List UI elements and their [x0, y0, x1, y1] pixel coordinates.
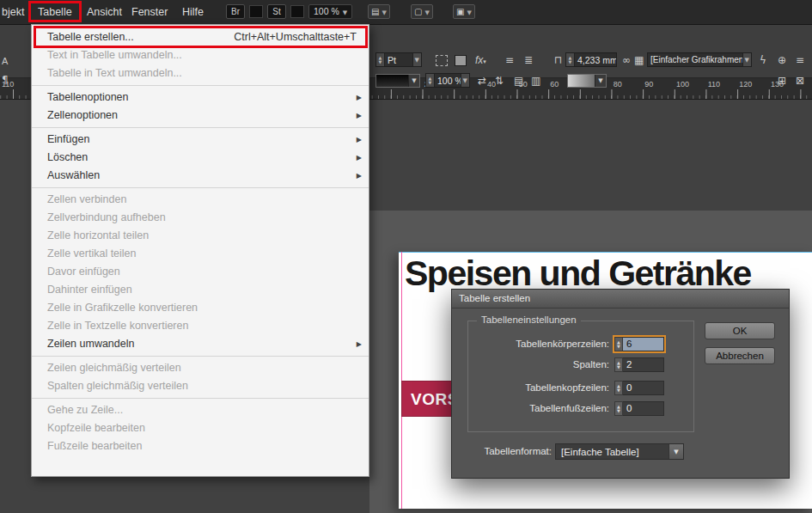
menu-item-label: Zelle in Textzelle konvertieren [47, 320, 188, 332]
close-panel-icon[interactable]: ⊠ [796, 75, 804, 87]
stepper-arrows-icon[interactable]: ▲▼ [566, 53, 575, 66]
panel-menu-icon[interactable]: ≡ [796, 54, 804, 66]
menu-item-tabelle-in-text-umwandeln: Tabelle in Text umwandeln... [32, 64, 369, 82]
arrange-documents-dropdown[interactable]: ▣▼ [453, 4, 475, 19]
paragraph-formatting-icon[interactable]: ¶ [2, 74, 9, 86]
menu-hilfe[interactable]: Hilfe [182, 0, 204, 24]
menu-objekt-partial[interactable]: bjekt [2, 0, 24, 24]
stepper-arrows-icon[interactable]: ▲▼ [426, 74, 435, 87]
menu-item-tabellenoptionen[interactable]: Tabellenoptionen▶ [32, 89, 369, 107]
submenu-arrow-icon: ▶ [357, 167, 362, 185]
field-label: Tabellenkopfzeilen: [472, 381, 609, 395]
scale-field[interactable]: ▲▼ 100 % ▼ [425, 73, 470, 88]
chevron-down-icon[interactable]: ▼ [742, 53, 751, 66]
chevron-down-icon[interactable]: ▼ [461, 74, 469, 87]
stepper-arrows-icon[interactable]: ▲▼ [376, 53, 385, 66]
cancel-button[interactable]: Abbrechen [705, 347, 775, 364]
object-style-dropdown[interactable]: [Einfacher Grafikrahmen]+ ▼ [647, 52, 752, 67]
stepper-arrows-icon[interactable]: ▲▼ [614, 401, 623, 416]
stepper-down-icon[interactable]: ▼ [617, 365, 620, 369]
number-stepper-tabellenfusszeilen[interactable]: ▲▼0 [614, 401, 664, 416]
menu-item-label: Spalten gleichmäßig verteilen [47, 380, 188, 392]
app-bar-icon-1[interactable] [249, 5, 263, 18]
stepper-arrows-icon[interactable]: ▲▼ [614, 337, 623, 351]
ruler-label: 100 [676, 80, 689, 89]
menu-bar: bjekt Tabelle Ansicht Fenster Hilfe Br S… [0, 0, 812, 25]
style-override-icon[interactable]: ⊕ [778, 54, 786, 66]
menu-item-loeschen[interactable]: Löschen▶ [32, 149, 369, 167]
stepper-down-icon[interactable]: ▼ [617, 409, 620, 413]
menu-item-zellenoptionen[interactable]: Zellenoptionen▶ [32, 107, 369, 125]
fill-color-swatch[interactable]: ▼ [375, 74, 420, 88]
menu-item-zeilen-umwandeln[interactable]: Zeilen umwandeln▶ [32, 335, 369, 353]
tile-windows-icon[interactable]: ⊞ [778, 75, 786, 87]
number-stepper-spalten[interactable]: ▲▼2 [614, 357, 664, 372]
flip-horizontal-icon[interactable]: ⇄ [478, 75, 486, 87]
screen-mode-dropdown[interactable]: ▢▼ [411, 4, 433, 19]
menu-item-label: Davor einfügen [47, 266, 120, 278]
menu-fenster[interactable]: Fenster [131, 0, 168, 24]
zoom-level-dropdown[interactable]: 100 %▼ [308, 4, 352, 19]
number-stepper-tabellenkopfzeilen[interactable]: ▲▼0 [614, 381, 664, 395]
bridge-button[interactable]: Br [226, 4, 245, 19]
stock-button[interactable]: St [267, 4, 286, 19]
ruler-label: 80 [614, 80, 622, 89]
menu-item-shortcut: Ctrl+Alt+Umschalttaste+T [234, 28, 357, 46]
app-bar-icon-2[interactable] [290, 5, 304, 18]
filled-frame-icon[interactable] [455, 55, 467, 66]
quick-apply-icon[interactable]: ϟ [760, 54, 766, 66]
menu-item-label: Zellenoptionen [47, 109, 118, 121]
view-options-dropdown[interactable]: ▤▼ [368, 4, 390, 19]
table-menu-list: Tabelle erstellen...Ctrl+Alt+Umschalttas… [32, 28, 369, 455]
field-value[interactable]: 2 [623, 357, 664, 372]
view-options-icon: ▤ [371, 7, 379, 16]
stepper-down-icon[interactable]: ▼ [617, 388, 620, 393]
menu-item-zelle-in-textzelle-konvertieren: Zelle in Textzelle konvertieren [32, 317, 369, 335]
menu-item-label: Zellen verbinden [47, 193, 126, 205]
stroke-alignment-icon[interactable]: ≣ [524, 54, 533, 66]
field-label: Tabellenfußzeilen: [472, 401, 609, 416]
stepper-arrows-icon[interactable]: ▲▼ [614, 381, 623, 395]
table-format-dropdown[interactable]: [Einfache Tabelle] ▼ [555, 443, 684, 460]
table-menu-popup: Tabelle erstellen...Ctrl+Alt+Umschalttas… [31, 24, 369, 477]
chevron-down-icon: ▼ [408, 75, 419, 87]
texture-icon[interactable]: ▦ [634, 54, 644, 66]
stroke-style-icon[interactable]: ≡ [505, 54, 514, 66]
menu-item-label: Gehe zu Zeile... [47, 404, 123, 416]
tint-swatch[interactable]: ▼ [567, 74, 607, 88]
character-formatting-icon[interactable]: A [2, 55, 8, 67]
menu-item-tabelle-erstellen[interactable]: Tabelle erstellen...Ctrl+Alt+Umschalttas… [32, 28, 369, 46]
chevron-down-icon[interactable]: ▼ [412, 53, 421, 66]
effects-button[interactable]: fx▾ [475, 54, 486, 68]
stepper-arrows-icon[interactable]: ▲▼ [614, 357, 623, 372]
dashed-frame-icon[interactable] [436, 55, 448, 66]
menu-tabelle[interactable]: Tabelle [38, 0, 72, 24]
menu-item-text-in-tabelle-umwandeln: Text in Tabelle umwandeln... [32, 46, 369, 64]
menu-item-spalten-gleichmaessig-verteilen: Spalten gleichmäßig verteilen [32, 377, 369, 395]
number-stepper-tabellenkoerperzeilen[interactable]: ▲▼6 [614, 337, 664, 351]
offset-field[interactable]: ▲▼ 4,233 mm [565, 52, 617, 67]
table-format-value: [Einfache Tabelle] [556, 447, 669, 457]
link-icon[interactable]: ∞ [622, 54, 631, 66]
font-size-field[interactable]: ▲▼ Pt ▼ [375, 52, 422, 67]
field-value[interactable]: 6 [623, 337, 664, 351]
chevron-down-icon: ▼ [382, 9, 386, 16]
flip-vertical-icon[interactable]: ⇅ [495, 75, 504, 87]
field-value[interactable]: 0 [623, 401, 664, 416]
dialog-title: Tabelle erstellen [459, 293, 530, 303]
menu-item-auswaehlen[interactable]: Auswählen▶ [32, 167, 369, 185]
stepper-down-icon[interactable]: ▼ [617, 345, 620, 349]
chevron-down-icon: ▼ [669, 444, 683, 459]
object-style-value: [Einfacher Grafikrahmen]+ [648, 55, 742, 64]
ok-button[interactable]: OK [705, 322, 775, 339]
menu-ansicht[interactable]: Ansicht [87, 0, 122, 24]
dialog-titlebar[interactable]: Tabelle erstellen [452, 290, 789, 308]
scale-value: 100 % [435, 76, 461, 86]
align-left-icon[interactable]: ▤ [514, 75, 523, 87]
align-center-icon[interactable]: ▥ [531, 75, 540, 87]
field-value[interactable]: 0 [623, 381, 664, 395]
fitting-icon[interactable]: ⊓ [554, 54, 562, 66]
menu-item-einfuegen[interactable]: Einfügen▶ [32, 131, 369, 149]
menu-separator [32, 127, 369, 128]
menu-item-zelle-in-grafikzelle-konvertieren: Zelle in Grafikzelle konvertieren [32, 299, 369, 317]
